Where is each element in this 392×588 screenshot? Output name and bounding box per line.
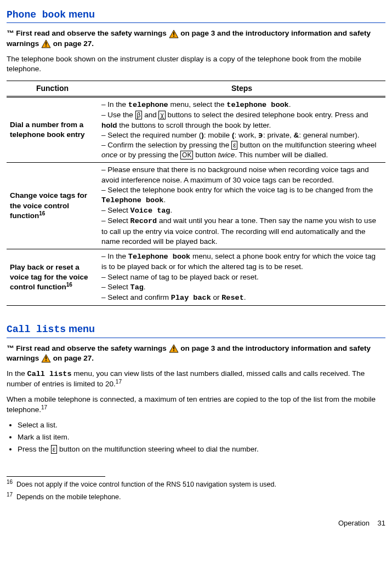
list-item: Press the ε button on the multifunction … — [18, 444, 385, 454]
page-number: 31 — [378, 519, 385, 527]
warning-icon — [169, 30, 179, 38]
call-lists-intro-2: When a mobile telephone is connected, a … — [7, 395, 385, 414]
heading-mono-part: Phone book — [7, 9, 66, 20]
epsilon-button-icon: ε — [231, 141, 237, 150]
table-row: Play back or reset a voice tag for the v… — [7, 249, 385, 306]
heading-rest: menu — [66, 9, 95, 20]
col-header-function: Function — [7, 81, 98, 97]
footnote-17: 17 Depends on the mobile telephone. — [7, 493, 385, 502]
footnote-16: 16 Does not apply if the voice control f… — [7, 480, 385, 489]
function-change-voice-tags: Change voice tags for the voice control … — [7, 163, 98, 249]
warning-icon — [41, 39, 51, 48]
table-row: Change voice tags for the voice control … — [7, 163, 385, 249]
safety-warning-1: ™ First read and observe the safety warn… — [7, 28, 385, 48]
footnote-separator — [7, 476, 105, 477]
list-item: Select a list. — [18, 420, 385, 430]
footer-label: Operation — [338, 519, 370, 527]
col-header-steps: Steps — [98, 81, 385, 97]
steps-cell: – In the Telephone book menu, select a p… — [98, 249, 385, 306]
list-item: Mark a list item. — [18, 432, 385, 442]
warn-text-1c: on page 27. — [53, 39, 94, 48]
intro-paragraph: The telephone book shown on the instrume… — [7, 54, 385, 74]
heading-mono-call-lists: Call lists — [7, 324, 66, 335]
heading-rest-2: menu — [66, 323, 95, 334]
warn-text-1a: ™ First read and observe the safety warn… — [7, 29, 169, 37]
steps-cell: – In the telephone menu, select the tele… — [98, 97, 385, 163]
epsilon-button-icon: ε — [51, 445, 57, 454]
safety-warning-2: ™ First read and observe the safety warn… — [7, 344, 385, 363]
functions-table: Function Steps Dial a number from a tele… — [7, 81, 385, 306]
chi-button-icon: χ — [158, 111, 165, 119]
beta-button-icon: β — [135, 111, 143, 119]
warn-text-2a: ™ First read and observe the safety warn… — [7, 344, 169, 352]
function-play-back-reset: Play back or reset a voice tag for the v… — [7, 249, 98, 306]
function-dial-number: Dial a number from a telephone book entr… — [7, 97, 98, 163]
instruction-list: Select a list. Mark a list item. Press t… — [7, 420, 385, 455]
warning-icon — [41, 354, 51, 363]
steps-cell: – Please ensure that there is no backgro… — [98, 163, 385, 249]
table-row: Dial a number from a telephone book entr… — [7, 97, 385, 163]
warn-text-2c: on page 27. — [53, 354, 94, 362]
heading-phone-book-menu: Phone book menu — [7, 8, 385, 23]
ok-button-icon: OK — [180, 151, 193, 159]
warning-icon — [169, 344, 179, 353]
page-footer: Operation 31 — [7, 518, 385, 528]
heading-call-lists-menu: Call lists menu — [7, 322, 385, 338]
call-lists-intro-1: In the Call lists menu, you can view lis… — [7, 369, 385, 389]
